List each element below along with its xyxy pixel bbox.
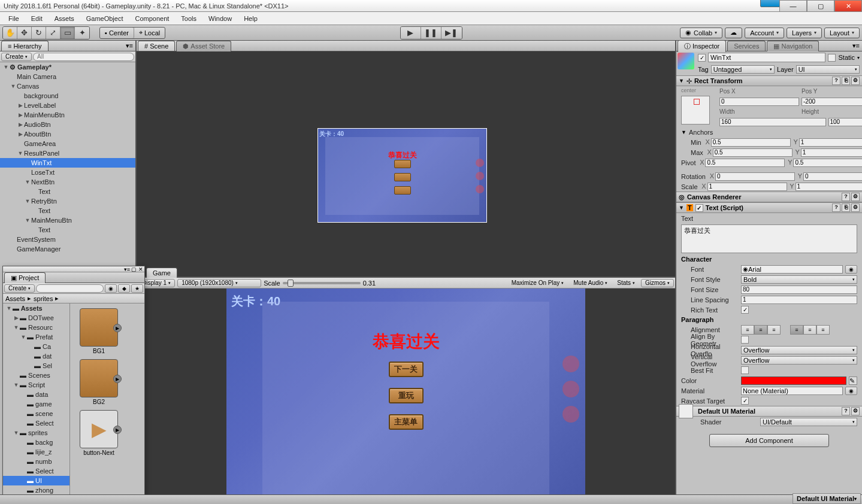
width-input[interactable] bbox=[719, 118, 826, 126]
hierarchy-item[interactable]: ▼NextBtn bbox=[0, 177, 135, 187]
asset-expand-icon[interactable]: ▶ bbox=[113, 375, 122, 383]
hierarchy-create-dropdown[interactable]: Create bbox=[1, 53, 32, 61]
gameobject-name-input[interactable] bbox=[708, 53, 825, 62]
maximize-on-play-toggle[interactable]: Maximize On Play bbox=[508, 279, 568, 287]
linespacing-input[interactable] bbox=[741, 296, 857, 304]
hierarchy-item[interactable]: LoseTxt bbox=[0, 168, 135, 177]
hierarchy-item[interactable]: EventSystem bbox=[0, 235, 135, 244]
maximize-button[interactable]: ▢ bbox=[807, 0, 834, 12]
font-field[interactable]: ◉ Arial bbox=[741, 265, 843, 274]
fontstyle-dropdown[interactable]: Bold bbox=[741, 275, 857, 284]
move-tool[interactable]: ✥ bbox=[17, 27, 32, 39]
search-type-icon[interactable]: ◆ bbox=[118, 284, 130, 293]
canvas-renderer-header[interactable]: ◎Canvas Renderer ?⚙ bbox=[676, 192, 862, 202]
project-tree-item[interactable]: ▬ backg bbox=[3, 438, 69, 447]
raycast-checkbox[interactable]: ✓ bbox=[741, 397, 749, 405]
game-resolution-dropdown[interactable]: 1080p (1920x1080) bbox=[177, 279, 261, 287]
project-tree-item[interactable]: ▼▬ Resourc bbox=[3, 323, 69, 332]
project-tree-item[interactable]: ▬ zhong bbox=[3, 485, 69, 495]
vert-overflow-dropdown[interactable]: Overflow bbox=[741, 356, 857, 365]
horiz-overflow-dropdown[interactable]: Overflow bbox=[741, 346, 857, 354]
project-tree-item[interactable]: ▬ Select bbox=[3, 466, 69, 476]
pause-button[interactable]: ❚❚ bbox=[421, 27, 441, 39]
stats-toggle[interactable]: Stats bbox=[613, 279, 639, 287]
mute-audio-toggle[interactable]: Mute Audio bbox=[570, 279, 611, 287]
add-component-button[interactable]: Add Component bbox=[709, 434, 829, 447]
height-input[interactable] bbox=[828, 118, 863, 126]
menu-gameobject[interactable]: GameObject bbox=[80, 13, 129, 24]
hierarchy-item[interactable]: ▼MainMenuBtn bbox=[0, 215, 135, 225]
project-menu-bar[interactable]: ▾≡ ▢ ✕ bbox=[124, 266, 143, 272]
component-help-icon[interactable]: ? bbox=[832, 77, 840, 85]
pivot-center-toggle[interactable]: ▪ Center bbox=[100, 28, 134, 38]
menu-assets[interactable]: Assets bbox=[49, 13, 80, 24]
menu-edit[interactable]: Edit bbox=[25, 13, 49, 24]
hierarchy-item[interactable]: Text bbox=[0, 225, 135, 235]
component-preset-icon[interactable]: ⎘ bbox=[842, 77, 850, 85]
rot-y[interactable] bbox=[803, 172, 862, 181]
project-tree-item[interactable]: ▬ game bbox=[3, 399, 69, 409]
inspector-menu-icon[interactable]: ▾≡ bbox=[850, 42, 862, 50]
play-button[interactable]: ▶ bbox=[401, 27, 421, 39]
asset-expand-icon[interactable]: ▶ bbox=[113, 324, 122, 332]
project-tree-item[interactable]: ▼▬ Assets bbox=[3, 303, 69, 313]
component-preset-icon[interactable]: ⎘ bbox=[842, 204, 850, 212]
hierarchy-scene-row[interactable]: ▼⚙ Gameplay* bbox=[0, 62, 135, 72]
anchor-max-x[interactable] bbox=[713, 148, 793, 157]
hierarchy-item[interactable]: ▼Canvas bbox=[0, 81, 135, 91]
game-retry-button[interactable]: 重玩 bbox=[389, 388, 424, 403]
font-picker-icon[interactable]: ◉ bbox=[845, 265, 857, 274]
component-gear-icon[interactable]: ⚙ bbox=[851, 204, 860, 212]
tab-game[interactable]: Game bbox=[146, 268, 177, 278]
asset-expand-icon[interactable]: ▶ bbox=[113, 426, 122, 434]
pivot-local-toggle[interactable]: ⌖ Local bbox=[134, 28, 165, 38]
breadcrumb-assets[interactable]: Assets bbox=[5, 295, 25, 302]
menu-tools[interactable]: Tools bbox=[175, 13, 202, 24]
hierarchy-item[interactable]: Text bbox=[0, 187, 135, 196]
posx-input[interactable] bbox=[719, 98, 799, 106]
collab-dropdown[interactable]: ◉ Collab bbox=[680, 28, 722, 38]
step-button[interactable]: ▶❚ bbox=[441, 27, 462, 39]
scale-x[interactable] bbox=[707, 183, 787, 191]
gameobject-icon[interactable] bbox=[677, 53, 694, 69]
material-preview-footer[interactable]: Default UI Material bbox=[793, 493, 861, 504]
text-component-header[interactable]: ▼T✓Text (Script) ?⎘⚙ bbox=[676, 202, 862, 213]
hierarchy-item[interactable]: background bbox=[0, 91, 135, 101]
align-center[interactable]: ≡ bbox=[754, 325, 767, 335]
project-tree-item[interactable]: ▬ numb bbox=[3, 457, 69, 466]
asset-item[interactable]: ▶BG1 bbox=[75, 308, 123, 354]
tab-project[interactable]: ▣ Project bbox=[4, 272, 46, 283]
asset-item[interactable]: ▶▶button-Next bbox=[75, 410, 123, 456]
menu-file[interactable]: File bbox=[2, 13, 25, 24]
align-left[interactable]: ≡ bbox=[741, 325, 754, 335]
scale-tool[interactable]: ⤢ bbox=[46, 27, 61, 39]
tab-hierarchy[interactable]: ≡ Hierarchy bbox=[1, 41, 49, 51]
menu-help[interactable]: Help bbox=[238, 13, 264, 24]
component-help-icon[interactable]: ? bbox=[842, 193, 850, 201]
component-gear-icon[interactable]: ⚙ bbox=[851, 193, 860, 201]
hierarchy-item[interactable]: ▶AboutBtn bbox=[0, 129, 135, 139]
static-checkbox[interactable] bbox=[828, 54, 836, 62]
breadcrumb-sprites[interactable]: sprites bbox=[34, 295, 53, 302]
component-help-icon[interactable]: ? bbox=[832, 204, 840, 212]
default-material-header[interactable]: Default UI Material ?⚙ bbox=[676, 406, 862, 417]
anchor-preset-button[interactable] bbox=[681, 96, 710, 125]
scene-canvas[interactable]: 关卡：40 恭喜过关 bbox=[137, 51, 675, 277]
game-next-button[interactable]: 下一关 bbox=[389, 362, 424, 377]
project-tree-item[interactable]: ▬ lijie_z bbox=[3, 447, 69, 457]
project-tree-item[interactable]: ▬ UI bbox=[3, 476, 69, 485]
component-help-icon[interactable]: ? bbox=[842, 407, 850, 415]
hierarchy-item[interactable]: GameArea bbox=[0, 139, 135, 148]
scale-y[interactable] bbox=[796, 183, 862, 191]
eyedropper-icon[interactable]: ✎ bbox=[849, 377, 857, 385]
asset-item[interactable]: ▶BG2 bbox=[75, 359, 123, 405]
hierarchy-search-input[interactable] bbox=[33, 53, 134, 61]
project-tree-item[interactable]: ▬ dat bbox=[3, 351, 69, 361]
project-tree-item[interactable]: ▬ data bbox=[3, 390, 69, 399]
hierarchy-item[interactable]: ▶MainMenuBtn bbox=[0, 110, 135, 120]
tab-services[interactable]: Services bbox=[727, 41, 766, 51]
project-tree-item[interactable]: ▼▬ Script bbox=[3, 380, 69, 390]
search-filter-icon[interactable]: ◉ bbox=[105, 284, 117, 293]
game-scale-slider[interactable] bbox=[283, 282, 361, 284]
posy-input[interactable] bbox=[801, 98, 862, 106]
